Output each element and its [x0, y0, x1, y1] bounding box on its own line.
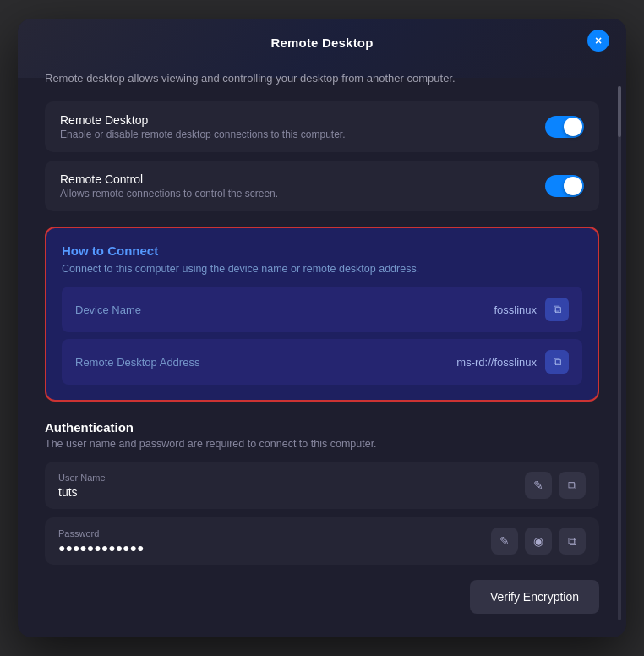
edit-username-button[interactable]: ✎ [525, 472, 552, 499]
copy-icon-username: ⧉ [568, 478, 576, 493]
password-actions: ✎ ◉ ⧉ [491, 528, 586, 555]
remote-desktop-address-value: ms-rd://fosslinux [456, 356, 537, 369]
username-field-group: User Name tuts [58, 473, 106, 499]
username-row: User Name tuts ✎ ⧉ [45, 462, 599, 509]
remote-desktop-address-row: Remote Desktop Address ms-rd://fosslinux… [62, 339, 582, 385]
edit-password-button[interactable]: ✎ [491, 528, 518, 555]
dialog-title: Remote Desktop [270, 36, 373, 50]
username-actions: ✎ ⧉ [525, 472, 586, 499]
copy-icon-1: ⧉ [554, 303, 561, 316]
remote-control-toggle-row: Remote Control Allows remote connections… [45, 161, 599, 211]
copy-address-button[interactable]: ⧉ [545, 350, 569, 374]
dialog-header: Remote Desktop × [18, 19, 626, 63]
device-name-value-wrap: fosslinux ⧉ [494, 298, 569, 321]
toggle-thumb-2 [564, 177, 582, 195]
show-password-button[interactable]: ◉ [525, 528, 552, 555]
username-label: User Name [58, 473, 106, 483]
remote-desktop-label: Remote Desktop [60, 113, 346, 127]
edit-icon-username: ✎ [533, 478, 543, 492]
dialog-content: Remote desktop allows viewing and contro… [18, 63, 626, 638]
toggle-track-1 [545, 116, 584, 138]
password-value: ●●●●●●●●●●●● [58, 541, 144, 555]
remote-control-label: Remote Control [60, 172, 278, 186]
remote-desktop-address-label: Remote Desktop Address [75, 356, 199, 369]
verify-encryption-button[interactable]: Verify Encryption [470, 580, 599, 614]
remote-desktop-dialog: Remote Desktop × Remote desktop allows v… [18, 19, 626, 638]
username-value: tuts [58, 485, 106, 499]
edit-icon-password: ✎ [499, 534, 510, 548]
password-field-group: Password ●●●●●●●●●●●● [58, 528, 144, 555]
copy-username-button[interactable]: ⧉ [559, 472, 586, 499]
copy-icon-password: ⧉ [568, 534, 576, 549]
authentication-desc: The user name and password are required … [45, 438, 599, 450]
verify-encryption-container: Verify Encryption [45, 580, 599, 614]
how-to-connect-title: How to Connect [62, 243, 582, 258]
copy-icon-2: ⧉ [554, 355, 561, 369]
remote-desktop-label-group: Remote Desktop Enable or disable remote … [60, 113, 346, 140]
device-name-row: Device Name fosslinux ⧉ [62, 287, 582, 332]
close-button[interactable]: × [587, 30, 609, 52]
description-text: Remote desktop allows viewing and contro… [45, 70, 599, 87]
remote-desktop-toggle[interactable] [545, 116, 584, 138]
device-name-label: Device Name [75, 303, 141, 316]
password-label: Password [58, 528, 144, 538]
remote-desktop-address-value-wrap: ms-rd://fosslinux ⧉ [456, 350, 569, 374]
how-to-connect-section: How to Connect Connect to this computer … [45, 227, 599, 402]
remote-control-sublabel: Allows remote connections to control the… [60, 188, 278, 200]
toggle-track-2 [545, 175, 584, 197]
eye-icon: ◉ [533, 534, 543, 548]
remote-desktop-toggle-row: Remote Desktop Enable or disable remote … [45, 101, 599, 152]
how-to-connect-desc: Connect to this computer using the devic… [62, 263, 582, 275]
authentication-title: Authentication [45, 420, 599, 435]
authentication-section: Authentication The user name and passwor… [45, 420, 599, 565]
device-name-value: fosslinux [494, 303, 537, 316]
remote-control-toggle[interactable] [545, 175, 584, 197]
copy-password-button[interactable]: ⧉ [559, 528, 586, 555]
toggle-thumb-1 [564, 118, 582, 136]
remote-control-label-group: Remote Control Allows remote connections… [60, 172, 278, 200]
copy-device-name-button[interactable]: ⧉ [545, 298, 569, 321]
password-row: Password ●●●●●●●●●●●● ✎ ◉ ⧉ [45, 517, 599, 565]
remote-desktop-sublabel: Enable or disable remote desktop connect… [60, 128, 346, 140]
